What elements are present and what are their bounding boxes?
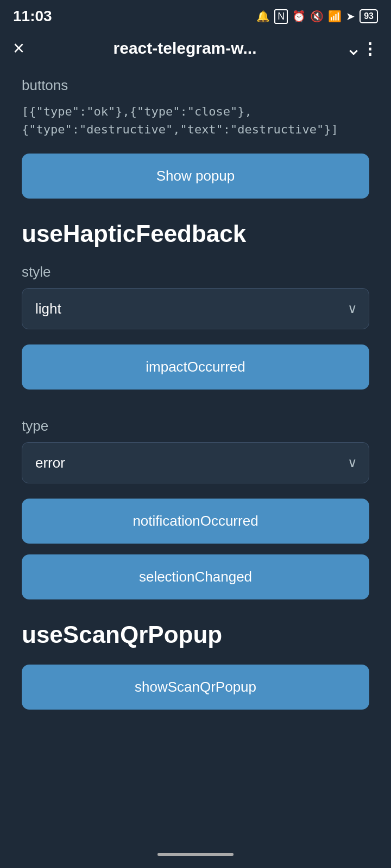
haptic-section: useHapticFeedback style light medium hea… <box>22 220 369 599</box>
muted-icon: 🔇 <box>310 10 324 23</box>
scan-qr-section: useScanQrPopup showScanQrPopup <box>22 621 369 710</box>
style-dropdown[interactable]: light medium heavy rigid soft <box>22 288 369 329</box>
status-time: 11:03 <box>13 8 52 25</box>
dropdown-button[interactable]: ⌄ <box>345 37 362 60</box>
status-bar: 11:03 🔔 N ⏰ 🔇 📶 ➤ 93 <box>0 0 391 30</box>
close-button[interactable]: × <box>13 39 24 58</box>
nav-bar: × react-telegram-w... ⌄ ⋮ <box>0 30 391 66</box>
type-dropdown-wrapper: error success warning ∨ <box>22 442 369 483</box>
send-icon: ➤ <box>346 10 355 23</box>
status-icons: 🔔 N ⏰ 🔇 📶 ➤ 93 <box>256 9 378 24</box>
battery-indicator: 93 <box>360 9 378 23</box>
buttons-section: buttons [{"type":"ok"},{"type":"close"},… <box>22 77 369 199</box>
wifi-icon: 📶 <box>328 10 342 23</box>
scan-qr-heading: useScanQrPopup <box>22 621 369 648</box>
haptic-heading: useHapticFeedback <box>22 220 369 247</box>
bell-icon: 🔔 <box>256 10 270 23</box>
style-dropdown-wrapper: light medium heavy rigid soft ∨ <box>22 288 369 329</box>
nfc-icon: N <box>274 9 288 24</box>
show-popup-button[interactable]: Show popup <box>22 154 369 199</box>
show-scan-qr-button[interactable]: showScanQrPopup <box>22 665 369 710</box>
bottom-bar <box>0 841 391 868</box>
type-field: type error success warning ∨ <box>22 418 369 483</box>
style-label: style <box>22 264 369 280</box>
more-button[interactable]: ⋮ <box>362 39 378 58</box>
buttons-label: buttons <box>22 77 369 94</box>
main-content: buttons [{"type":"ok"},{"type":"close"},… <box>0 66 391 753</box>
type-dropdown[interactable]: error success warning <box>22 442 369 483</box>
alarm-icon: ⏰ <box>292 10 306 23</box>
type-label: type <box>22 418 369 435</box>
buttons-code: [{"type":"ok"},{"type":"close"},{"type":… <box>22 103 369 138</box>
bottom-indicator <box>157 853 234 856</box>
style-field: style light medium heavy rigid soft ∨ <box>22 264 369 329</box>
notification-occurred-button[interactable]: notificationOccurred <box>22 499 369 544</box>
impact-occurred-button[interactable]: impactOccurred <box>22 344 369 390</box>
selection-changed-button[interactable]: selectionChanged <box>22 554 369 599</box>
nav-title: react-telegram-w... <box>24 39 345 58</box>
